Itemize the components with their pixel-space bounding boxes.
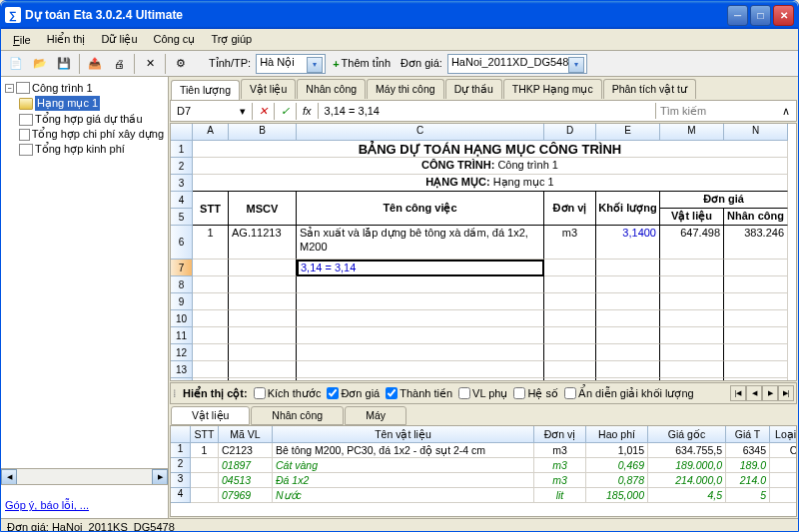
brow-header[interactable]: 1 (171, 443, 191, 458)
bcell[interactable]: Nước (273, 488, 534, 503)
row-header[interactable]: 6 (171, 226, 193, 260)
row-header[interactable]: 2 (171, 158, 193, 175)
bhdr-stt[interactable]: STT (191, 426, 219, 443)
cell-vl[interactable]: 647.498 (660, 226, 724, 260)
bcell[interactable]: 185,000 (586, 488, 648, 503)
cell-mscv[interactable]: AG.11213 (229, 226, 297, 260)
bcell[interactable]: 0,878 (586, 473, 648, 488)
bcell[interactable]: Bê tông M200, PC30, đá 1x2 - độ sụt 2-4 … (273, 443, 534, 458)
row-header[interactable]: 3 (171, 175, 193, 192)
bcell[interactable] (191, 458, 219, 473)
tree-root[interactable]: − Công trình 1 (3, 81, 166, 95)
row-header-selected[interactable]: 7 (171, 260, 193, 276)
tab-phantich[interactable]: Phân tích vật tư (603, 79, 696, 99)
sidebar-scrollbar[interactable]: ◀ ▶ (1, 468, 168, 484)
cell-name-box[interactable]: D7▾ (171, 103, 253, 120)
chk-heso[interactable]: Hệ số (513, 387, 558, 400)
minimize-button[interactable]: ─ (727, 5, 748, 26)
cell-kl[interactable]: 3,1400 (596, 226, 660, 260)
row-header[interactable]: 10 (171, 310, 193, 327)
row-header[interactable]: 5 (171, 209, 193, 226)
tab-maythicong[interactable]: Máy thi công (367, 79, 444, 99)
tinh-combo[interactable]: Hà Nội (256, 54, 326, 74)
bhdr-dv[interactable]: Đơn vị (534, 426, 586, 443)
bhdr-haophi[interactable]: Hao phí (586, 426, 648, 443)
settings-button[interactable]: ⚙ (170, 53, 192, 75)
bhdr-loai[interactable]: Loại VL (770, 426, 797, 443)
bcell[interactable] (191, 473, 219, 488)
bcell[interactable]: 6345 (726, 443, 770, 458)
bcell[interactable]: 1 (191, 443, 219, 458)
chk-kichthuoc[interactable]: Kích thước (254, 387, 322, 400)
fx-button[interactable]: fx (297, 103, 319, 119)
tree-item-hangmuc[interactable]: Hạng mục 1 (3, 95, 166, 112)
save-button[interactable]: 💾 (53, 53, 75, 75)
brow-header[interactable]: 2 (171, 458, 191, 473)
bhdr-giatt[interactable]: Giá T (726, 426, 770, 443)
open-button[interactable]: 📂 (29, 53, 51, 75)
nav-next-button[interactable]: ▶ (762, 385, 778, 401)
bcell[interactable]: 634.755,5 (648, 443, 726, 458)
tab-vatlieu[interactable]: Vật liệu (241, 79, 296, 99)
bcell[interactable] (770, 458, 797, 473)
scroll-left-button[interactable]: ◀ (1, 469, 17, 485)
menu-file[interactable]: File (5, 31, 39, 49)
menu-dulieu[interactable]: Dữ liệu (94, 30, 146, 49)
col-header[interactable]: E (596, 124, 660, 141)
cancel-formula-button[interactable]: ✕ (253, 103, 275, 120)
export-button[interactable]: 📤 (84, 53, 106, 75)
row-header[interactable]: 4 (171, 192, 193, 209)
row-header[interactable]: 8 (171, 276, 193, 293)
bhdr-giagoc[interactable]: Giá gốc (648, 426, 726, 443)
menu-hienthi[interactable]: Hiển thị (39, 30, 94, 49)
add-tinh-button[interactable]: +Thêm tỉnh (328, 53, 396, 75)
col-header[interactable]: B (229, 124, 297, 141)
row-header[interactable]: 13 (171, 361, 193, 378)
bcell[interactable]: 07969 (219, 488, 273, 503)
col-header[interactable]: N (724, 124, 788, 141)
tree-item-tonghopkinhphi[interactable]: Tổng hợp kinh phí (3, 142, 166, 157)
tab-nhancong[interactable]: Nhân công (297, 79, 366, 99)
cell-stt[interactable]: 1 (193, 226, 229, 260)
close-button[interactable]: ✕ (773, 5, 794, 26)
bcell[interactable]: Đá 1x2 (273, 473, 534, 488)
bottom-spreadsheet[interactable]: STT Mã VL Tên vật liệu Đơn vị Hao phí Gi… (170, 425, 797, 517)
chk-thanhtien[interactable]: Thành tiền (386, 387, 452, 400)
bcell[interactable]: 189.0 (726, 458, 770, 473)
bcell[interactable] (191, 488, 219, 503)
bcell[interactable]: 0,469 (586, 458, 648, 473)
bcell[interactable]: m3 (534, 458, 586, 473)
bcell[interactable]: 214.000,0 (648, 473, 726, 488)
print-button[interactable]: 🖨 (108, 53, 130, 75)
new-button[interactable]: 📄 (5, 53, 27, 75)
bcell[interactable]: C (770, 443, 797, 458)
row-header[interactable]: 9 (171, 293, 193, 310)
brow-header[interactable]: 4 (171, 488, 191, 503)
bcell[interactable]: lit (534, 488, 586, 503)
search-expand-button[interactable]: ∧ (776, 105, 796, 118)
bcell[interactable]: m3 (534, 473, 586, 488)
corner-cell[interactable] (171, 124, 193, 141)
col-header[interactable]: C (297, 124, 544, 141)
dongia-combo[interactable]: HaNoi_2011XD_DG5481 (447, 54, 587, 74)
maximize-button[interactable]: □ (750, 5, 771, 26)
bcell[interactable]: Cát vàng (273, 458, 534, 473)
row-header[interactable]: 1 (171, 141, 193, 158)
row-header[interactable]: 14 (171, 378, 193, 380)
tab-tienluong[interactable]: Tiên lượng (171, 80, 240, 100)
bcell[interactable] (770, 488, 797, 503)
col-header[interactable]: A (193, 124, 229, 141)
chk-andien[interactable]: Ẩn diễn giải khối lượng (564, 387, 694, 400)
row-header[interactable]: 11 (171, 327, 193, 344)
col-header[interactable]: D (544, 124, 596, 141)
tree-item-tonghopgia[interactable]: Tổng hợp giá dự thầu (3, 112, 166, 127)
btab-nhancong[interactable]: Nhân công (251, 406, 344, 425)
menu-trogiup[interactable]: Trợ giúp (203, 30, 260, 49)
main-spreadsheet[interactable]: A B C D E M N 1 BẢNG DỰ TOÁN HẠNG MỤC CÔ… (170, 123, 797, 381)
formula-input[interactable]: 3,14 = 3,14 (319, 103, 655, 119)
cell-dv[interactable]: m3 (544, 226, 596, 260)
tab-duthau[interactable]: Dự thầu (445, 79, 502, 99)
bcell[interactable]: C2123 (219, 443, 273, 458)
tab-thkp[interactable]: THKP Hạng mục (503, 79, 602, 99)
editing-cell[interactable]: 3,14 = 3,14 (297, 260, 544, 276)
